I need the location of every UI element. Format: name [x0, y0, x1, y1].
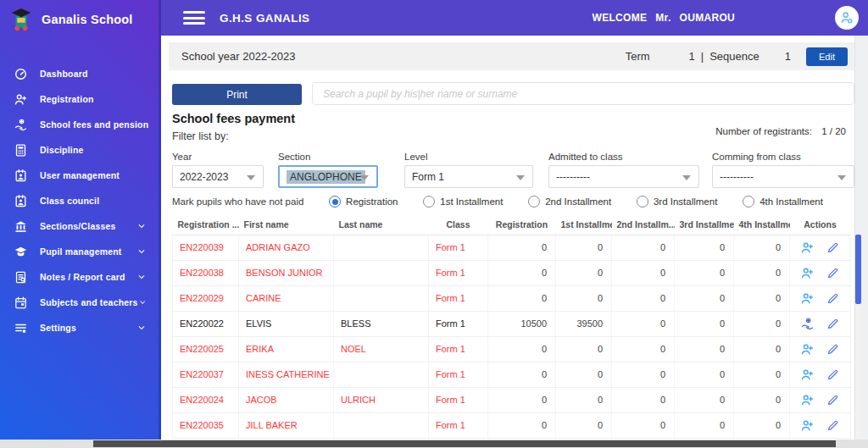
edit-pencil-icon[interactable]: [826, 266, 840, 280]
table-row: EN220025ERIKANOELForm 100000: [173, 336, 851, 362]
main-content: School year 2022-2023 Term 1 | Sequence …: [161, 36, 868, 448]
column-header-1st-installment[interactable]: 1st Installment: [556, 215, 612, 235]
column-header-actions[interactable]: Actions: [790, 215, 851, 235]
horizontal-scrollbar[interactable]: [0, 440, 868, 448]
radio-label: 3rd Installment: [654, 196, 717, 207]
sidebar-item-registration[interactable]: Registration: [0, 86, 159, 112]
column-header-registration[interactable]: Registration ...: [173, 215, 239, 235]
column-header-4th-installment[interactable]: 4th Installment: [734, 215, 790, 235]
column-header-class[interactable]: Class: [429, 215, 488, 235]
add-payment-icon[interactable]: [800, 418, 815, 433]
table-scrollbar[interactable]: [855, 235, 861, 438]
add-payment-icon[interactable]: [800, 393, 815, 407]
cell-last-name: [334, 235, 429, 260]
fees-table: Registration ...First nameLast nameClass…: [172, 215, 850, 439]
filter-label: Comming from class: [712, 152, 854, 162]
column-header-first-name[interactable]: First name: [239, 215, 334, 235]
sidebar-item-notes-report-card[interactable]: Notes / Report card: [0, 264, 159, 290]
sidebar-item-sections-classes[interactable]: Sections/Classes: [0, 213, 159, 239]
column-header-2nd-installm[interactable]: 2nd Installm...: [612, 215, 675, 235]
radio-4th-installment[interactable]: 4th Installment: [743, 196, 823, 207]
cell-registration-no: EN220029: [173, 285, 239, 311]
add-payment-icon[interactable]: [800, 342, 815, 357]
admitted-to-class-select[interactable]: ----------: [548, 165, 699, 188]
search-input[interactable]: [312, 82, 854, 105]
id-card-icon: [14, 194, 28, 208]
radio-button-icon[interactable]: [528, 196, 540, 207]
user-avatar[interactable]: [835, 6, 859, 30]
person-add-icon: [14, 92, 28, 107]
radio-label: Registration: [346, 196, 398, 207]
cell-registration-amount: 10500: [488, 311, 556, 336]
edit-pencil-icon[interactable]: [826, 368, 840, 382]
cell-class: Form 1: [429, 235, 488, 260]
cell-registration-amount: 0: [488, 260, 556, 285]
cell-first-name: JACOB: [239, 387, 334, 412]
select-value: ANGLOPHONE: [287, 170, 365, 184]
filter-label: Year: [172, 152, 264, 162]
edit-pencil-icon[interactable]: [826, 241, 840, 255]
registrants-count: Number of registrants: 1 / 20: [715, 126, 846, 136]
sidebar-item-pupil-management[interactable]: Pupil management: [0, 239, 159, 264]
radio-registration[interactable]: Registration: [329, 196, 398, 207]
cell-installment-3: 0: [675, 235, 734, 260]
table-scrollbar-thumb[interactable]: [855, 235, 861, 304]
edit-pencil-icon[interactable]: [826, 291, 840, 306]
radio-2nd-installment[interactable]: 2nd Installment: [528, 196, 611, 207]
add-payment-icon[interactable]: [800, 368, 815, 382]
cell-class: Form 1: [429, 336, 488, 362]
sidebar-item-subjects-and-teachers[interactable]: Subjects and teachers: [0, 290, 159, 315]
cell-first-name: CARINE: [239, 285, 334, 311]
column-header-3rd-installme[interactable]: 3rd Installme...: [675, 215, 734, 235]
radio-button-icon[interactable]: [423, 196, 435, 207]
cell-class: Form 1: [429, 412, 488, 438]
radio-3rd-installment[interactable]: 3rd Installment: [637, 196, 717, 207]
cell-actions: [790, 362, 851, 387]
caret-down-icon: [682, 175, 691, 180]
filter-label: Level: [404, 152, 533, 162]
add-payment-icon[interactable]: [800, 291, 815, 306]
edit-pencil-icon[interactable]: [826, 342, 840, 357]
cell-installment-1: 0: [556, 412, 612, 438]
horizontal-scrollbar-thumb[interactable]: [93, 440, 836, 447]
cell-first-name: ADRIAN GAZO: [239, 235, 334, 260]
cell-installment-2: 0: [612, 412, 675, 438]
pay-fees-icon[interactable]: [800, 317, 815, 331]
sidebar-item-label: Settings: [40, 323, 136, 333]
select-value: Form 1: [412, 171, 444, 183]
radio-button-icon[interactable]: [743, 196, 754, 207]
sidebar-item-label: School fees and pension: [40, 119, 148, 130]
sidebar-item-class-council[interactable]: Class council: [0, 188, 159, 213]
cell-actions: [790, 235, 851, 260]
edit-button[interactable]: Edit: [806, 47, 848, 66]
sidebar-item-dashboard[interactable]: Dashboard: [0, 61, 159, 86]
edit-pencil-icon[interactable]: [826, 317, 840, 331]
select-value: 2022-2023: [180, 171, 228, 183]
radio-button-icon[interactable]: [637, 196, 648, 207]
column-header-last-name[interactable]: Last name: [334, 215, 429, 235]
sidebar-item-user-management[interactable]: User management: [0, 163, 159, 188]
edit-pencil-icon[interactable]: [826, 393, 840, 407]
add-payment-icon[interactable]: [800, 266, 815, 280]
add-payment-icon[interactable]: [800, 241, 815, 255]
chevron-down-icon: [138, 297, 147, 307]
radio-1st-installment[interactable]: 1st Installment: [423, 196, 503, 207]
year-select[interactable]: 2022-2023: [172, 165, 264, 188]
comming-from-class-select[interactable]: ----------: [712, 165, 854, 188]
cell-first-name: JILL BAKER: [239, 412, 334, 438]
section-select[interactable]: ANGLOPHONE: [278, 165, 378, 188]
hamburger-menu-icon[interactable]: [183, 11, 205, 25]
cell-installment-1: 0: [556, 362, 612, 387]
column-header-registration[interactable]: Registration: [488, 215, 556, 235]
edit-pencil-icon[interactable]: [826, 418, 840, 433]
print-button[interactable]: Print: [172, 84, 302, 105]
sidebar-item-discipline[interactable]: Discipline: [0, 137, 159, 163]
sidebar-item-label: Discipline: [40, 145, 147, 155]
level-select[interactable]: Form 1: [404, 165, 533, 188]
radio-button-icon[interactable]: [329, 196, 341, 207]
school-logo-icon: [8, 7, 34, 32]
select-value: ----------: [556, 171, 590, 183]
sidebar-item-school-fees-and-pension[interactable]: School fees and pension: [0, 112, 159, 137]
settings-icon: [14, 321, 28, 335]
sidebar-item-settings[interactable]: Settings: [0, 315, 159, 340]
